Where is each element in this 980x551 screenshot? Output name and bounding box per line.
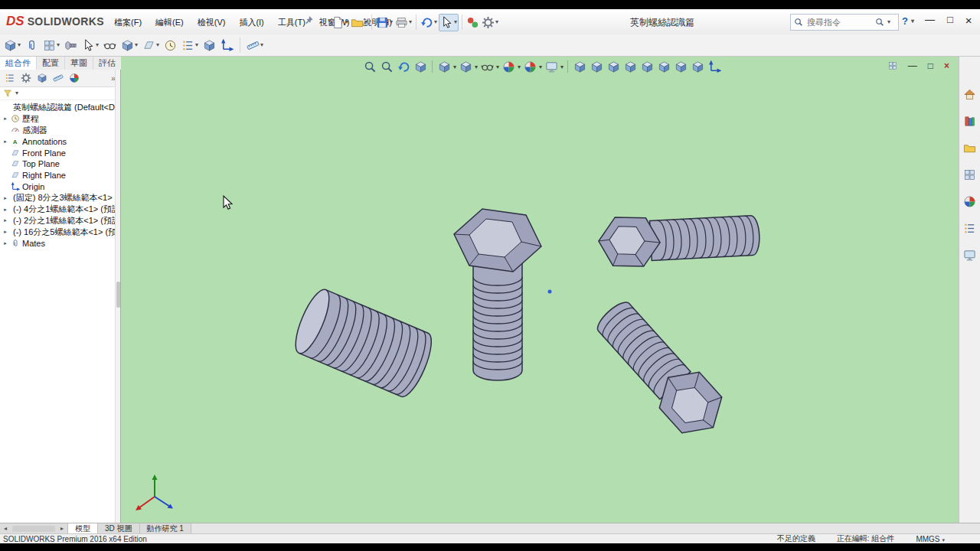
view-palette-icon[interactable] <box>962 166 978 183</box>
bolt-stud[interactable] <box>289 285 438 400</box>
view-preset-6-button[interactable] <box>656 59 671 74</box>
chevron-down-icon[interactable]: ▾ <box>496 64 499 70</box>
bolt-vertical[interactable] <box>454 209 541 380</box>
scrollbar-thumb[interactable] <box>116 282 120 308</box>
tree-row-component-4[interactable]: ▸(-) 16分之5螺絲範本<1> (預設<< <box>0 227 120 238</box>
tree-scrollbar[interactable] <box>115 70 120 523</box>
mate-button[interactable] <box>24 37 39 54</box>
expand-icon[interactable]: ▸ <box>2 207 8 213</box>
undo-button[interactable]: ▾ <box>420 15 438 31</box>
bill-of-materials-button[interactable]: ▾ <box>181 37 199 54</box>
view-preset-8-button[interactable] <box>690 59 705 74</box>
open-button[interactable]: ▾ <box>350 15 368 31</box>
expand-icon[interactable]: ▸ <box>2 139 8 145</box>
zoom-to-fit-button[interactable] <box>362 59 377 74</box>
tree-row-component-1[interactable]: ▸(固定) 8分之3螺絲範本<1> (預設< <box>0 192 120 204</box>
view-preset-3-button[interactable] <box>606 59 621 74</box>
close-button[interactable]: × <box>965 14 972 27</box>
maximize-button[interactable]: □ <box>947 14 953 27</box>
view-preset-1-button[interactable] <box>572 59 587 74</box>
displaymanager-tab[interactable] <box>69 73 80 83</box>
configurationmanager-tab[interactable] <box>37 73 47 83</box>
menu-pin-icon[interactable] <box>305 15 315 26</box>
apply-scene-button[interactable] <box>522 59 537 74</box>
origin-point[interactable] <box>548 290 552 294</box>
edit-appearance-button[interactable] <box>501 59 516 74</box>
insert-components-button[interactable]: ▾ <box>3 37 21 54</box>
bolt-diagonal[interactable] <box>589 294 733 445</box>
view-preset-2-button[interactable] <box>589 59 604 74</box>
doc-close-button[interactable]: × <box>944 60 949 71</box>
tab-motion-study-1[interactable]: 動作研究 1 <box>140 523 191 533</box>
new-motion-study-button[interactable] <box>163 37 178 54</box>
expand-icon[interactable]: ▸ <box>2 240 8 246</box>
pane-corner-icon[interactable] <box>888 61 897 70</box>
chevron-down-icon[interactable]: ▾ <box>560 64 564 70</box>
previous-view-button[interactable] <box>396 59 411 74</box>
exploded-view-button[interactable] <box>202 37 217 54</box>
new-document-button[interactable]: ▾ <box>331 15 349 31</box>
units-selector[interactable]: MMGS▾ <box>916 535 945 543</box>
linear-component-pattern-button[interactable]: ▾ <box>42 37 60 54</box>
expand-icon[interactable]: ▸ <box>2 116 8 122</box>
tab-model[interactable]: 模型 <box>68 523 98 533</box>
custom-properties-icon[interactable] <box>962 220 978 236</box>
menu-file[interactable]: 檔案(F) <box>107 14 149 31</box>
tree-row-component-3[interactable]: ▸(-) 2分之1螺絲範本<1> (預設<<預 <box>0 215 120 227</box>
file-explorer-icon[interactable] <box>962 139 978 156</box>
search-input[interactable] <box>805 17 873 28</box>
view-preset-7-button[interactable] <box>673 59 688 74</box>
tree-row-mates[interactable]: ▸Mates <box>0 238 120 249</box>
save-button[interactable]: ▾ <box>375 15 394 31</box>
reference-axes-button[interactable] <box>707 59 722 74</box>
appearances-icon[interactable] <box>962 193 978 210</box>
minimize-button[interactable]: — <box>925 14 935 27</box>
help-button[interactable]: ? ▾ <box>902 15 914 27</box>
rebuild-button[interactable] <box>466 15 480 31</box>
home-icon[interactable] <box>962 86 978 103</box>
hide-show-items-button[interactable] <box>479 59 495 74</box>
tree-row-front-plane[interactable]: Front Plane <box>0 147 120 158</box>
view-orientation-button[interactable] <box>436 59 452 74</box>
instant3d-button[interactable] <box>220 37 234 54</box>
expand-icon[interactable]: ▸ <box>2 195 8 201</box>
tab-evaluate[interactable]: 評估 <box>93 57 122 70</box>
view-preset-5-button[interactable] <box>639 59 655 74</box>
sheet-tab-scrollbar[interactable]: ◂ ▸ <box>0 523 68 533</box>
tree-row-top-plane[interactable]: Top Plane <box>0 158 120 170</box>
featuremanager-tab[interactable] <box>5 73 15 83</box>
tab-scroll-left-button[interactable]: ◂ <box>0 525 11 532</box>
move-component-button[interactable]: ▾ <box>81 37 100 54</box>
menu-edit[interactable]: 編輯(E) <box>149 14 191 31</box>
tab-layout[interactable]: 配置 <box>37 57 65 70</box>
chevron-down-icon[interactable]: ▾ <box>453 64 456 70</box>
section-view-button[interactable] <box>413 59 428 74</box>
view-settings-button[interactable] <box>544 59 559 74</box>
tree-row-origin[interactable]: Origin <box>0 181 120 193</box>
view-preset-4-button[interactable] <box>622 59 638 74</box>
display-style-button[interactable] <box>458 59 473 74</box>
expand-icon[interactable]: ▸ <box>2 217 8 223</box>
bolt-horizontal[interactable] <box>597 210 760 269</box>
show-hidden-components-button[interactable] <box>103 37 117 54</box>
options-button[interactable]: ▾ <box>481 15 499 31</box>
print-button[interactable]: ▾ <box>394 15 413 31</box>
assembly-features-button[interactable]: ▾ <box>120 37 139 54</box>
tree-row-annotations[interactable]: ▸Annotations <box>0 135 120 147</box>
chevron-down-icon[interactable]: ▾ <box>539 64 542 70</box>
expand-icon[interactable]: ▸ <box>2 229 8 235</box>
graphics-viewport[interactable]: ▾ ▾ ▾ ▾ ▾ ▾ — □ × <box>121 57 959 523</box>
doc-restore-button[interactable]: □ <box>928 60 933 71</box>
tree-row-component-2[interactable]: ▸(-) 4分之1螺絲範本<1> (預設<<預 <box>0 204 120 215</box>
propertymanager-tab[interactable] <box>21 73 31 83</box>
dimxpertmanager-tab[interactable] <box>53 73 64 83</box>
chevron-down-icon[interactable]: ▾ <box>15 90 18 96</box>
select-button[interactable]: ▾ <box>439 14 459 31</box>
tab-assembly[interactable]: 組合件 <box>0 57 37 70</box>
tab-3d-views[interactable]: 3D 視圖 <box>98 523 140 533</box>
measure-button[interactable]: ▾ <box>246 37 264 54</box>
menu-view[interactable]: 檢視(V) <box>191 14 233 31</box>
tab-scroll-track[interactable] <box>12 526 55 532</box>
filter-funnel-icon[interactable] <box>3 89 12 98</box>
tree-row-history[interactable]: ▸歷程 <box>0 113 120 125</box>
